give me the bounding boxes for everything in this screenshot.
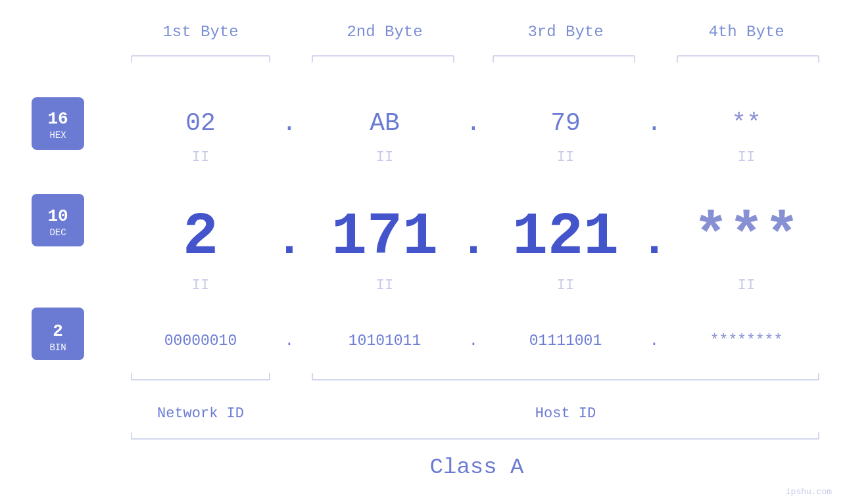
dec-byte3: 121 xyxy=(512,204,619,271)
bin-byte3: 01111001 xyxy=(529,332,602,350)
dec-dot2: . xyxy=(460,215,487,267)
hex-badge-num: 16 xyxy=(47,109,68,129)
eq1-1: II xyxy=(192,149,209,166)
bin-badge-label: BIN xyxy=(49,342,66,353)
bin-badge-num: 2 xyxy=(53,321,63,341)
watermark: ipshu.com xyxy=(786,487,832,497)
hex-byte1: 02 xyxy=(185,109,216,137)
page-container: 1st Byte 2nd Byte 3rd Byte 4th Byte 16 H… xyxy=(0,0,845,504)
eq2-4: II xyxy=(738,277,755,294)
dec-byte2: 171 xyxy=(331,204,438,271)
byte-header-1: 1st Byte xyxy=(162,23,238,41)
dec-badge-label: DEC xyxy=(49,227,66,238)
hex-byte4: ** xyxy=(731,109,761,137)
dec-dot1: . xyxy=(276,215,303,267)
bin-byte4: ******** xyxy=(710,332,783,350)
host-id-label: Host ID xyxy=(535,405,596,422)
dec-byte1: 2 xyxy=(183,204,218,271)
hex-badge-label: HEX xyxy=(49,130,66,141)
network-id-label: Network ID xyxy=(157,405,244,422)
hex-dot1: . xyxy=(282,109,297,137)
eq1-3: II xyxy=(557,149,574,166)
hex-byte2: AB xyxy=(370,109,400,137)
byte-header-2: 2nd Byte xyxy=(347,23,422,41)
hex-dot3: . xyxy=(647,109,662,137)
bin-dot1: . xyxy=(285,332,294,350)
dec-badge-num: 10 xyxy=(47,206,68,226)
bin-byte2: 10101011 xyxy=(349,332,421,350)
class-a-label: Class A xyxy=(430,455,524,480)
eq2-3: II xyxy=(557,277,574,294)
bin-byte1: 00000010 xyxy=(164,332,237,350)
hex-dot2: . xyxy=(466,109,481,137)
byte-header-4: 4th Byte xyxy=(708,23,784,41)
eq2-1: II xyxy=(192,277,209,294)
bin-dot3: . xyxy=(650,332,659,350)
dec-byte4: *** xyxy=(693,204,800,271)
eq1-2: II xyxy=(376,149,393,166)
hex-byte3: 79 xyxy=(550,109,581,137)
eq1-4: II xyxy=(738,149,755,166)
byte-header-3: 3rd Byte xyxy=(527,23,603,41)
eq2-2: II xyxy=(376,277,393,294)
bin-dot2: . xyxy=(469,332,478,350)
dec-dot3: . xyxy=(640,215,668,267)
